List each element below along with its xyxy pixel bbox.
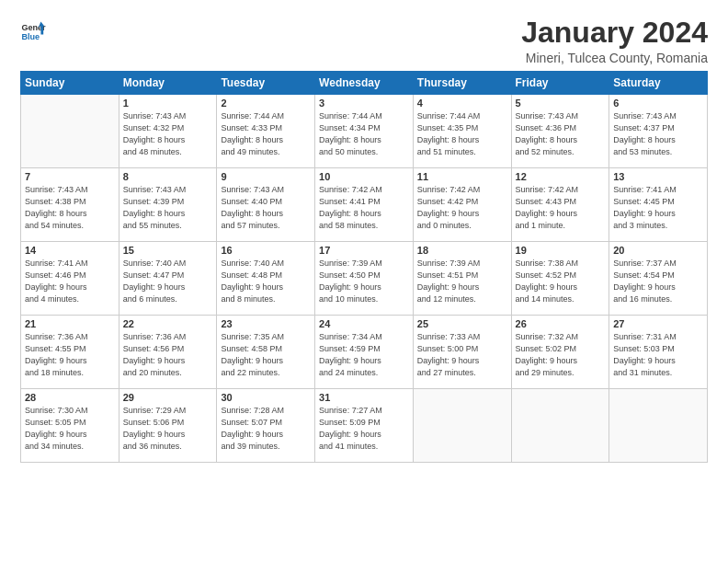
logo-icon: General Blue [20, 17, 46, 42]
header-friday: Friday [511, 72, 609, 95]
day-info: Sunrise: 7:44 AMSunset: 4:34 PMDaylight:… [319, 110, 409, 158]
day-info: Sunrise: 7:41 AMSunset: 4:45 PMDaylight:… [613, 184, 703, 232]
day-number: 4 [417, 98, 507, 109]
day-info: Sunrise: 7:38 AMSunset: 4:52 PMDaylight:… [516, 258, 606, 305]
header-thursday: Thursday [413, 72, 511, 95]
day-number: 22 [123, 318, 213, 329]
table-cell: 19Sunrise: 7:38 AMSunset: 4:52 PMDayligh… [511, 242, 609, 316]
table-cell [21, 95, 119, 168]
table-row: 7Sunrise: 7:43 AMSunset: 4:38 PMDaylight… [21, 168, 708, 242]
table-cell: 18Sunrise: 7:39 AMSunset: 4:51 PMDayligh… [413, 242, 511, 316]
day-info: Sunrise: 7:43 AMSunset: 4:39 PMDaylight:… [123, 184, 213, 232]
page-header: General Blue January 2024 Mineri, Tulcea… [20, 17, 708, 65]
day-info: Sunrise: 7:35 AMSunset: 4:58 PMDaylight:… [221, 331, 311, 379]
table-cell: 25Sunrise: 7:33 AMSunset: 5:00 PMDayligh… [413, 316, 511, 389]
day-number: 30 [221, 392, 311, 403]
table-cell: 9Sunrise: 7:43 AMSunset: 4:40 PMDaylight… [217, 168, 315, 242]
table-cell: 31Sunrise: 7:27 AMSunset: 5:09 PMDayligh… [315, 389, 414, 463]
header-wednesday: Wednesday [315, 72, 414, 95]
logo: General Blue [20, 17, 46, 42]
day-info: Sunrise: 7:44 AMSunset: 4:33 PMDaylight:… [221, 110, 311, 158]
day-number: 14 [25, 245, 115, 256]
table-cell [609, 389, 708, 463]
table-cell: 11Sunrise: 7:42 AMSunset: 4:42 PMDayligh… [413, 168, 511, 242]
day-number: 18 [417, 245, 507, 256]
day-number: 19 [516, 245, 606, 256]
day-number: 11 [417, 171, 507, 182]
table-cell: 17Sunrise: 7:39 AMSunset: 4:50 PMDayligh… [315, 242, 414, 316]
day-number: 7 [25, 171, 115, 182]
day-number: 12 [516, 171, 606, 182]
day-info: Sunrise: 7:43 AMSunset: 4:38 PMDaylight:… [25, 184, 115, 232]
day-info: Sunrise: 7:41 AMSunset: 4:46 PMDaylight:… [25, 258, 115, 305]
day-info: Sunrise: 7:36 AMSunset: 4:56 PMDaylight:… [123, 331, 213, 379]
day-info: Sunrise: 7:40 AMSunset: 4:48 PMDaylight:… [221, 258, 311, 305]
table-cell: 2Sunrise: 7:44 AMSunset: 4:33 PMDaylight… [217, 95, 315, 168]
table-cell [511, 389, 609, 463]
day-number: 23 [221, 318, 311, 329]
day-number: 15 [123, 245, 213, 256]
calendar-table: Sunday Monday Tuesday Wednesday Thursday… [20, 71, 708, 463]
table-cell: 16Sunrise: 7:40 AMSunset: 4:48 PMDayligh… [217, 242, 315, 316]
table-cell: 23Sunrise: 7:35 AMSunset: 4:58 PMDayligh… [217, 316, 315, 389]
table-cell: 3Sunrise: 7:44 AMSunset: 4:34 PMDaylight… [315, 95, 414, 168]
table-cell: 24Sunrise: 7:34 AMSunset: 4:59 PMDayligh… [315, 316, 414, 389]
day-info: Sunrise: 7:29 AMSunset: 5:06 PMDaylight:… [123, 405, 213, 453]
title-block: January 2024 Mineri, Tulcea County, Roma… [521, 17, 708, 65]
day-number: 13 [613, 171, 703, 182]
day-number: 26 [516, 318, 606, 329]
day-number: 29 [123, 392, 213, 403]
table-cell: 30Sunrise: 7:28 AMSunset: 5:07 PMDayligh… [217, 389, 315, 463]
table-cell: 13Sunrise: 7:41 AMSunset: 4:45 PMDayligh… [609, 168, 708, 242]
table-cell: 22Sunrise: 7:36 AMSunset: 4:56 PMDayligh… [119, 316, 217, 389]
table-row: 28Sunrise: 7:30 AMSunset: 5:05 PMDayligh… [21, 389, 708, 463]
day-number: 8 [123, 171, 213, 182]
svg-text:Blue: Blue [21, 32, 40, 41]
day-number: 17 [319, 245, 409, 256]
calendar-title: January 2024 [521, 17, 708, 49]
day-info: Sunrise: 7:42 AMSunset: 4:41 PMDaylight:… [319, 184, 409, 232]
day-info: Sunrise: 7:43 AMSunset: 4:32 PMDaylight:… [123, 110, 213, 158]
table-cell: 8Sunrise: 7:43 AMSunset: 4:39 PMDaylight… [119, 168, 217, 242]
day-number: 9 [221, 171, 311, 182]
table-cell: 7Sunrise: 7:43 AMSunset: 4:38 PMDaylight… [21, 168, 119, 242]
day-info: Sunrise: 7:34 AMSunset: 4:59 PMDaylight:… [319, 331, 409, 379]
header-row: Sunday Monday Tuesday Wednesday Thursday… [21, 72, 708, 95]
header-saturday: Saturday [609, 72, 708, 95]
table-cell: 10Sunrise: 7:42 AMSunset: 4:41 PMDayligh… [315, 168, 414, 242]
day-info: Sunrise: 7:31 AMSunset: 5:03 PMDaylight:… [613, 331, 703, 379]
header-monday: Monday [119, 72, 217, 95]
day-info: Sunrise: 7:44 AMSunset: 4:35 PMDaylight:… [417, 110, 507, 158]
table-cell: 1Sunrise: 7:43 AMSunset: 4:32 PMDaylight… [119, 95, 217, 168]
table-row: 1Sunrise: 7:43 AMSunset: 4:32 PMDaylight… [21, 95, 708, 168]
day-info: Sunrise: 7:43 AMSunset: 4:40 PMDaylight:… [221, 184, 311, 232]
day-number: 2 [221, 98, 311, 109]
day-info: Sunrise: 7:37 AMSunset: 4:54 PMDaylight:… [613, 258, 703, 305]
day-info: Sunrise: 7:42 AMSunset: 4:42 PMDaylight:… [417, 184, 507, 232]
table-cell: 5Sunrise: 7:43 AMSunset: 4:36 PMDaylight… [511, 95, 609, 168]
header-tuesday: Tuesday [217, 72, 315, 95]
day-info: Sunrise: 7:39 AMSunset: 4:50 PMDaylight:… [319, 258, 409, 305]
day-number: 24 [319, 318, 409, 329]
table-cell: 12Sunrise: 7:42 AMSunset: 4:43 PMDayligh… [511, 168, 609, 242]
day-number: 1 [123, 98, 213, 109]
table-cell: 21Sunrise: 7:36 AMSunset: 4:55 PMDayligh… [21, 316, 119, 389]
day-number: 6 [613, 98, 703, 109]
table-cell: 29Sunrise: 7:29 AMSunset: 5:06 PMDayligh… [119, 389, 217, 463]
day-number: 16 [221, 245, 311, 256]
day-info: Sunrise: 7:36 AMSunset: 4:55 PMDaylight:… [25, 331, 115, 379]
table-cell [413, 389, 511, 463]
table-cell: 15Sunrise: 7:40 AMSunset: 4:47 PMDayligh… [119, 242, 217, 316]
day-number: 25 [417, 318, 507, 329]
day-number: 21 [25, 318, 115, 329]
table-cell: 20Sunrise: 7:37 AMSunset: 4:54 PMDayligh… [609, 242, 708, 316]
table-row: 14Sunrise: 7:41 AMSunset: 4:46 PMDayligh… [21, 242, 708, 316]
day-info: Sunrise: 7:27 AMSunset: 5:09 PMDaylight:… [319, 405, 409, 453]
day-info: Sunrise: 7:33 AMSunset: 5:00 PMDaylight:… [417, 331, 507, 379]
day-number: 28 [25, 392, 115, 403]
day-number: 10 [319, 171, 409, 182]
table-cell: 6Sunrise: 7:43 AMSunset: 4:37 PMDaylight… [609, 95, 708, 168]
header-sunday: Sunday [21, 72, 119, 95]
table-cell: 4Sunrise: 7:44 AMSunset: 4:35 PMDaylight… [413, 95, 511, 168]
day-info: Sunrise: 7:43 AMSunset: 4:37 PMDaylight:… [613, 110, 703, 158]
